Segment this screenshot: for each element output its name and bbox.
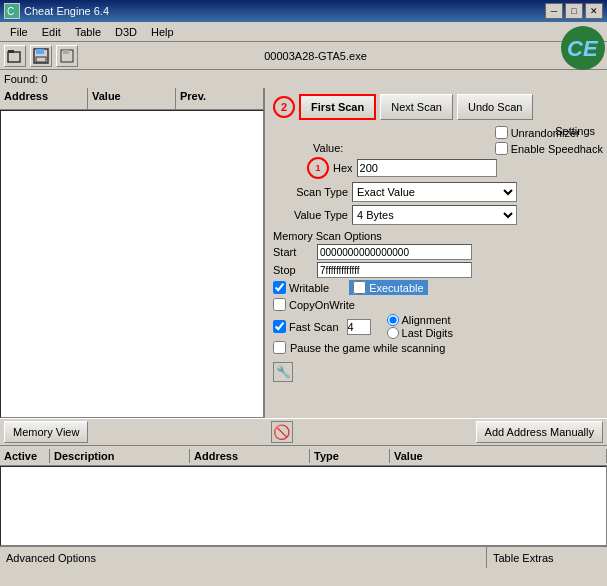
col-address: Address [190, 449, 310, 463]
menubar: File Edit Table D3D Help [0, 22, 607, 42]
lastdigits-radio[interactable] [387, 327, 399, 339]
undo-scan-button[interactable]: Undo Scan [457, 94, 533, 120]
statusbar: Advanced Options Table Extras [0, 546, 607, 568]
col-type: Type [310, 449, 390, 463]
menu-d3d[interactable]: D3D [109, 24, 143, 40]
main-panel: Address Value Prev. 2 First Scan Next Sc… [0, 88, 607, 418]
fastscan-checkbox[interactable] [273, 320, 286, 333]
col-address: Address [0, 88, 88, 109]
minimize-button[interactable]: ─ [545, 3, 563, 19]
next-scan-button[interactable]: Next Scan [380, 94, 453, 120]
process-name: 00003A28-GTA5.exe [82, 50, 549, 62]
start-label: Start [273, 246, 313, 258]
found-label: Found: 0 [4, 73, 47, 85]
value-type-select[interactable]: 4 Bytes 2 Bytes 1 Byte 8 Bytes Float Dou… [352, 205, 517, 225]
ce-logo: CE [559, 24, 607, 72]
executable-checkbox[interactable] [353, 281, 366, 294]
toolbar-save-button[interactable] [30, 45, 52, 67]
col-value: Value [390, 449, 607, 463]
lastdigits-radio-item: Last Digits [387, 327, 453, 339]
writable-label: Writable [289, 282, 329, 294]
menu-table[interactable]: Table [69, 24, 107, 40]
checkbox-row-2: CopyOnWrite [273, 298, 599, 311]
left-panel: Address Value Prev. [0, 88, 265, 418]
scan-type-row: Scan Type Exact Value Bigger than... Sma… [273, 182, 599, 202]
copyonwrite-checkbox-item: CopyOnWrite [273, 298, 355, 311]
fastscan-label: Fast Scan [289, 321, 339, 333]
memory-view-button[interactable]: Memory View [4, 421, 88, 443]
value-type-row: Value Type 4 Bytes 2 Bytes 1 Byte 8 Byte… [273, 205, 599, 225]
svg-text:C: C [7, 6, 14, 17]
col-active: Active [0, 449, 50, 463]
menu-help[interactable]: Help [145, 24, 180, 40]
svg-rect-5 [36, 49, 44, 54]
titlebar: C Cheat Engine 6.4 ─ □ ✕ [0, 0, 607, 22]
app-title: Cheat Engine 6.4 [24, 5, 109, 17]
svg-text:CE: CE [567, 36, 599, 61]
lastdigits-label: Last Digits [402, 327, 453, 339]
table-extras-label: Table Extras [493, 552, 554, 564]
mem-scan-title: Memory Scan Options [273, 230, 599, 242]
toolbar-save2-button[interactable] [56, 45, 78, 67]
value-type-label: Value Type [273, 209, 348, 221]
stop-row: Stop [273, 262, 599, 278]
fastscan-value-input[interactable] [347, 319, 371, 335]
speedhack-checkbox[interactable] [495, 142, 508, 155]
speedhack-label: Enable Speedhack [511, 143, 603, 155]
addr-table-section: Active Description Address Type Value [0, 446, 607, 546]
value-input[interactable] [357, 159, 497, 177]
svg-rect-2 [8, 52, 20, 62]
addr-table[interactable] [0, 466, 607, 546]
unrandomizer-checkbox[interactable] [495, 126, 508, 139]
pause-row: Pause the game while scanning [273, 341, 599, 354]
advanced-options-label: Advanced Options [6, 552, 96, 564]
svg-rect-3 [8, 50, 14, 53]
close-button[interactable]: ✕ [585, 3, 603, 19]
copyonwrite-checkbox[interactable] [273, 298, 286, 311]
badge-2: 2 [273, 96, 295, 118]
writable-checkbox[interactable] [273, 281, 286, 294]
prohibit-icon[interactable]: 🚫 [271, 421, 293, 443]
alignment-radio-item: Alignment [387, 314, 453, 326]
menu-file[interactable]: File [4, 24, 34, 40]
svg-rect-8 [63, 50, 69, 54]
address-list[interactable] [0, 110, 264, 418]
badge-1: 1 [307, 157, 329, 179]
writable-checkbox-item: Writable [273, 281, 329, 294]
found-row: Found: 0 [0, 70, 607, 88]
stop-label: Stop [273, 264, 313, 276]
alignment-radio[interactable] [387, 314, 399, 326]
processbar: 00003A28-GTA5.exe CE [0, 42, 607, 70]
executable-label: Executable [369, 282, 423, 294]
scan-buttons-row: 2 First Scan Next Scan Undo Scan [273, 92, 599, 120]
col-description: Description [50, 449, 190, 463]
start-input[interactable] [317, 244, 472, 260]
hex-row: 1 Hex [273, 157, 599, 179]
right-options: Unrandomizer Enable Speedhack [495, 126, 603, 155]
addr-table-header: Active Description Address Type Value [0, 446, 607, 466]
maximize-button[interactable]: □ [565, 3, 583, 19]
fastscan-checkbox-item: Fast Scan [273, 320, 339, 333]
titlebar-left: C Cheat Engine 6.4 [4, 3, 109, 19]
svg-rect-6 [36, 57, 46, 62]
first-scan-button[interactable]: First Scan [299, 94, 376, 120]
stop-input[interactable] [317, 262, 472, 278]
scan-type-select[interactable]: Exact Value Bigger than... Smaller than.… [352, 182, 517, 202]
titlebar-controls[interactable]: ─ □ ✕ [545, 3, 603, 19]
pause-checkbox[interactable] [273, 341, 286, 354]
alignment-group: Alignment Last Digits [387, 314, 453, 339]
address-header: Address Value Prev. [0, 88, 264, 110]
col-value: Value [88, 88, 176, 109]
pause-label: Pause the game while scanning [290, 342, 445, 354]
col-prev: Prev. [176, 88, 264, 109]
unrandomizer-label: Unrandomizer [511, 127, 580, 139]
add-address-button[interactable]: Add Address Manually [476, 421, 603, 443]
wrench-button[interactable]: 🔧 [273, 362, 293, 382]
fastscan-row: Fast Scan Alignment Last Digits [273, 314, 599, 339]
scan-type-label: Scan Type [273, 186, 348, 198]
toolbar-open-button[interactable] [4, 45, 26, 67]
menu-edit[interactable]: Edit [36, 24, 67, 40]
status-left: Advanced Options [0, 547, 487, 568]
speedhack-item: Enable Speedhack [495, 142, 603, 155]
alignment-label: Alignment [402, 314, 451, 326]
